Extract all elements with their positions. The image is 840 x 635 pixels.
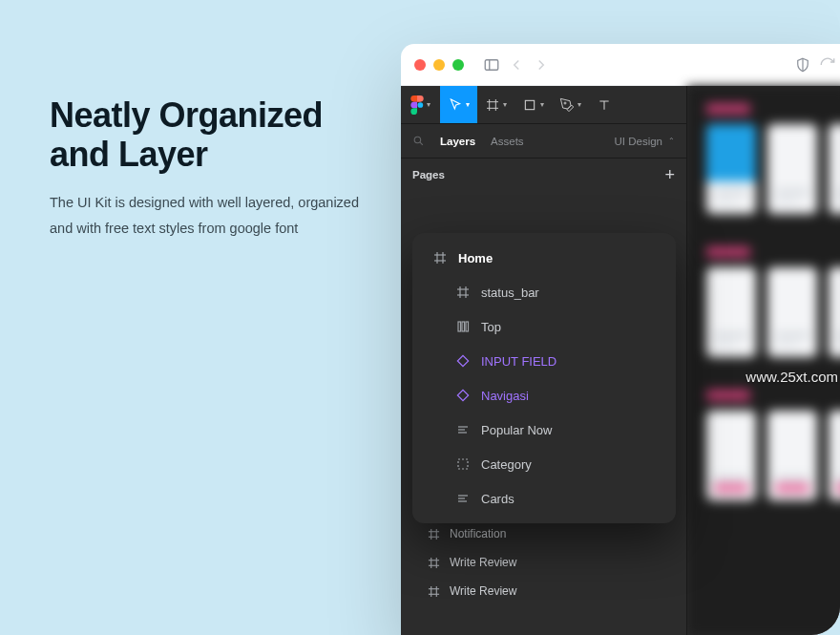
marketing-title: Neatly Organized and Layer bbox=[50, 95, 374, 175]
close-window-button[interactable] bbox=[414, 59, 426, 71]
layer-label: Popular Now bbox=[481, 423, 552, 437]
svg-rect-8 bbox=[525, 100, 534, 109]
forward-icon[interactable] bbox=[533, 56, 550, 74]
layer-item[interactable]: Write Review bbox=[401, 548, 686, 577]
layer-item[interactable]: Category bbox=[412, 447, 676, 481]
shield-icon[interactable] bbox=[794, 56, 811, 74]
figma-toolbar: ▾ ▾ ▾ ▾ ▾ bbox=[401, 86, 686, 124]
layer-item[interactable]: status_bar bbox=[412, 275, 676, 309]
layer-label: Notification bbox=[450, 527, 506, 540]
columns-icon bbox=[456, 320, 470, 333]
layers-popout-panel: Homestatus_barTopINPUT FIELDNavigasiPopu… bbox=[412, 233, 676, 523]
search-icon[interactable] bbox=[412, 135, 425, 147]
lines-icon bbox=[456, 492, 470, 505]
chevron-up-icon: ⌃ bbox=[668, 137, 675, 145]
diamond-icon bbox=[456, 389, 470, 402]
watermark-text: www.25xt.com bbox=[746, 369, 838, 385]
move-tool-button[interactable]: ▾ bbox=[440, 86, 477, 123]
frame-icon bbox=[433, 251, 447, 265]
svg-point-3 bbox=[417, 102, 423, 108]
frame-icon bbox=[456, 286, 470, 299]
sidebar-toggle-icon[interactable] bbox=[483, 56, 500, 74]
layer-label: Category bbox=[481, 457, 532, 472]
layer-item[interactable]: Popular Now bbox=[412, 413, 676, 447]
browser-window: ▾ ▾ ▾ ▾ ▾ bbox=[401, 44, 840, 635]
dashbox-icon bbox=[456, 457, 470, 471]
svg-rect-0 bbox=[485, 59, 498, 70]
tab-layers[interactable]: Layers bbox=[440, 136, 475, 147]
layer-label: Home bbox=[458, 251, 493, 265]
layer-label: Navigasi bbox=[481, 389, 529, 403]
layer-item[interactable]: INPUT FIELD bbox=[412, 344, 676, 378]
marketing-copy: Neatly Organized and Layer The UI Kit is… bbox=[50, 95, 374, 243]
back-icon[interactable] bbox=[508, 56, 525, 74]
text-tool-button[interactable] bbox=[589, 86, 620, 123]
layer-label: Write Review bbox=[450, 556, 516, 569]
file-name-dropdown[interactable]: UI Design bbox=[615, 136, 663, 147]
panel-tab-row: Layers Assets UI Design ⌃ bbox=[401, 124, 686, 159]
layer-item[interactable]: Write Review bbox=[401, 577, 686, 605]
layer-label: status_bar bbox=[481, 286, 539, 300]
frame-icon bbox=[428, 557, 440, 569]
diamond-icon bbox=[456, 354, 470, 368]
layer-item[interactable]: Cards bbox=[412, 481, 676, 516]
marketing-description: The UI Kit is designed with well layered… bbox=[50, 190, 374, 243]
layer-label: Write Review bbox=[450, 584, 516, 598]
pages-header: Pages + bbox=[401, 159, 686, 191]
fullscreen-window-button[interactable] bbox=[452, 59, 464, 71]
layer-item[interactable]: Notification bbox=[401, 519, 686, 548]
figma-app: ▾ ▾ ▾ ▾ ▾ bbox=[401, 86, 840, 635]
layer-item[interactable]: Top bbox=[412, 309, 676, 344]
frame-icon bbox=[428, 585, 440, 598]
refresh-icon[interactable] bbox=[819, 56, 836, 74]
layer-label: Top bbox=[481, 320, 501, 334]
lines-icon bbox=[456, 423, 470, 436]
svg-point-12 bbox=[414, 137, 421, 143]
pages-label: Pages bbox=[412, 169, 445, 180]
traffic-lights bbox=[414, 59, 464, 71]
tab-assets[interactable]: Assets bbox=[491, 136, 524, 147]
frame-icon bbox=[428, 528, 440, 540]
layer-label: INPUT FIELD bbox=[481, 354, 556, 369]
figma-canvas[interactable] bbox=[687, 86, 840, 635]
shape-tool-button[interactable]: ▾ bbox=[514, 86, 552, 123]
layer-label: Cards bbox=[481, 492, 514, 506]
layer-item[interactable]: Home bbox=[412, 241, 676, 275]
svg-line-13 bbox=[420, 142, 423, 145]
figma-logo-button[interactable]: ▾ bbox=[401, 86, 440, 123]
pen-tool-button[interactable]: ▾ bbox=[552, 86, 589, 123]
frame-tool-button[interactable]: ▾ bbox=[477, 86, 514, 123]
minimize-window-button[interactable] bbox=[433, 59, 445, 71]
svg-point-9 bbox=[564, 102, 566, 104]
layer-item[interactable]: Navigasi bbox=[412, 378, 676, 413]
add-page-button[interactable]: + bbox=[664, 165, 675, 185]
browser-chrome bbox=[401, 44, 840, 86]
